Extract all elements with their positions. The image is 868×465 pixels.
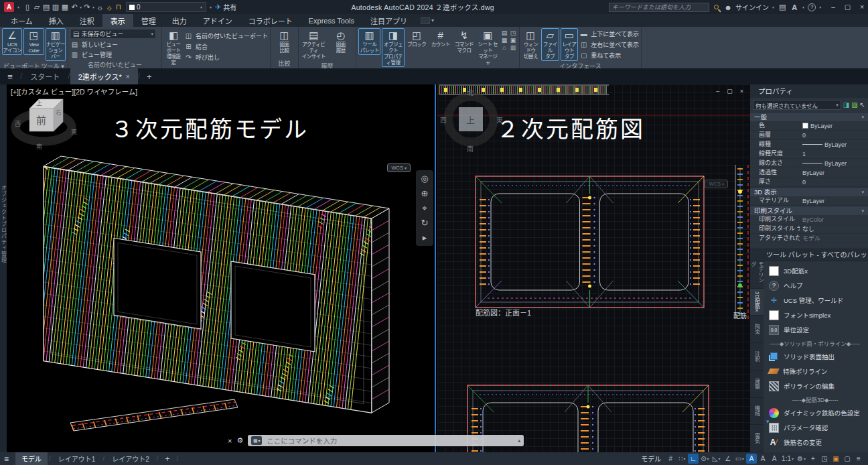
chevron-down-icon[interactable]: ▾ [819, 5, 821, 9]
close-icon[interactable]: × [126, 73, 130, 80]
otrack-icon[interactable]: ∠ [723, 454, 733, 464]
layout-menu-icon[interactable]: ≡ [4, 454, 9, 464]
clean-screen-icon[interactable]: ▢ [842, 454, 853, 464]
tool-palette-tab-機械[interactable]: 機械 [750, 398, 764, 425]
undo-icon[interactable]: ↶ [70, 2, 79, 12]
ribbon-tab-Express Tools[interactable]: Express Tools [301, 14, 362, 27]
panel-label[interactable]: ビューポート ツール ▾ [0, 62, 68, 68]
navigation-bar[interactable]: ◎⊕⌖↻▸ [416, 170, 433, 246]
prop-section-header[interactable]: 3D 表示▾ [750, 187, 868, 196]
model-viewport-row-2[interactable]: ↷呼び出し [184, 52, 268, 62]
viewport-3d[interactable]: [+][カスタム ビュー][2D ワイヤフレーム] ３次元配筋モデル 上 右 前… [7, 84, 436, 452]
ribbon-tab-ホーム[interactable]: ホーム [3, 14, 41, 27]
polar-icon[interactable]: ⊙▾ [699, 454, 710, 464]
tool-palette-tab-注釈[interactable]: 注釈 [750, 343, 764, 371]
quick-select-icon[interactable]: ▨ [851, 101, 857, 109]
palette-mini-icon-1[interactable]: ◳ [509, 29, 517, 36]
tool-palette-item-6[interactable]: ソリッド表面抽出 [769, 349, 868, 364]
isodraft-icon[interactable]: ◺▾ [711, 454, 722, 464]
prop-row[interactable]: 線種ByLayer [750, 140, 868, 149]
viewport-tool-button-2[interactable]: ▥ナビゲーション バー [46, 28, 66, 61]
save-icon[interactable]: ▤ [42, 2, 51, 12]
file-tab-スタート[interactable]: スタート [22, 68, 68, 84]
navigation-wheel-icon[interactable]: ◎ [421, 174, 428, 183]
viewport-restore-button[interactable]: ▢ [727, 88, 733, 94]
new-layout-button[interactable]: + [159, 454, 175, 464]
viewport-close-button[interactable]: × [740, 88, 743, 94]
palette-mini-icon-3[interactable]: ▣ [509, 37, 517, 44]
customize-wrench-icon[interactable]: ⚙ [236, 436, 243, 445]
history-button-1[interactable]: ◴図面 履歴 [328, 28, 354, 55]
signin-button[interactable]: サインイン [735, 2, 769, 12]
prop-row[interactable]: 透過性ByLayer [750, 168, 868, 178]
tool-palette-item-1[interactable]: ?ヘルプ [769, 278, 868, 293]
bulb-on-icon[interactable]: ☼ [104, 2, 114, 12]
annotation-visibility-icon[interactable]: A [746, 454, 757, 464]
palette-button-4[interactable]: ↯コマンド マクロ [453, 28, 475, 55]
customize-menu-icon[interactable]: ≡ [853, 454, 864, 464]
interface-row-0[interactable]: ▬上下に並べて表示 [579, 29, 639, 39]
tool-palette-item-0[interactable]: 3D配筋x [769, 263, 868, 278]
plus-icon[interactable]: + [808, 454, 818, 464]
palette-button-2[interactable]: ◰ブロック [406, 28, 428, 49]
selection-dropdown[interactable]: 何も選択されていません▾ [753, 100, 841, 110]
close-button[interactable]: × [860, 3, 864, 11]
command-expand-icon[interactable]: ▴ [518, 438, 520, 444]
palette-mini-icon-4[interactable]: ⌂ [500, 44, 508, 51]
prop-row[interactable]: 画層0 [750, 131, 868, 140]
palette-button-3[interactable]: #カウント [429, 28, 451, 49]
tool-palette-item-4[interactable]: 0.0単位設定 [769, 322, 868, 337]
unlock-icon[interactable]: ⊓ [114, 2, 123, 12]
collapsed-palette-strip[interactable]: オブジェクトプロパティ管理 [0, 84, 7, 452]
search-icon[interactable] [714, 5, 719, 9]
save-as-icon[interactable]: ▥ [51, 2, 60, 12]
tool-palette-tab-3D配筋x[interactable]: 3D配筋x [750, 289, 764, 316]
prop-row[interactable]: アタッチされた印...モデル [750, 234, 868, 243]
annotation-scale-icon[interactable]: A [769, 454, 780, 464]
tool-palette-item-2[interactable]: ✛UCS 管理、ワールド [769, 293, 868, 308]
wcs-dropdown[interactable]: WCS▾ [387, 163, 411, 172]
prop-section-header[interactable]: 一般▾ [750, 112, 868, 121]
settings-gear-icon[interactable]: ⚙▾ [796, 454, 807, 464]
prop-row[interactable]: 色ByLayer [750, 121, 868, 131]
ortho-icon[interactable]: ∟ [688, 454, 699, 464]
bulb-icon[interactable]: ☼ [95, 2, 104, 12]
history-button-0[interactable]: ▤アクティビティ インサイト [301, 28, 327, 61]
grid-icon[interactable]: # [665, 454, 676, 464]
tool-palette-tab-モデリング[interactable]: モデリング [750, 261, 764, 289]
prop-row[interactable]: 厚さ0 [750, 178, 868, 187]
model-viewport-row-1[interactable]: ⊞結合 [184, 42, 268, 52]
scale-value[interactable]: 1:1▾ [780, 454, 795, 464]
tool-palette-title[interactable]: ツール パレット - すべてのパレット [750, 249, 868, 261]
graphics-performance-icon[interactable]: ▣ [830, 454, 841, 464]
viewport-tool-button-0[interactable]: ∠UCS アイコン [2, 28, 22, 55]
ribbon-tab-出力[interactable]: 出力 [164, 14, 195, 27]
ribbon-tab-注釈[interactable]: 注釈 [72, 14, 102, 27]
chevron-down-icon[interactable]: ▾ [92, 5, 94, 9]
tool-palette-item-10[interactable]: ダイナミック鉄筋の色設定 [769, 405, 868, 420]
layout-tab-モデル[interactable]: モデル [15, 452, 48, 465]
interface-button-2[interactable]: ▭レイアウト タブ [561, 28, 579, 61]
interface-button-0[interactable]: ◫ウィンドウ 切替え [522, 28, 540, 61]
annotation-autoscale-icon[interactable]: A [757, 454, 768, 464]
ribbon-tab-アドイン[interactable]: アドイン [195, 14, 240, 27]
tool-palette-item-3[interactable]: フォントsimplex [769, 308, 868, 322]
ribbon-tab-注目アプリ[interactable]: 注目アプリ [362, 14, 415, 27]
viewport-tool-button-1[interactable]: ◳View Cube [23, 28, 44, 55]
toggle-pickadd-icon[interactable]: ◨ [843, 101, 849, 109]
layout-tab-レイアウト2[interactable]: レイアウト2 [106, 452, 155, 465]
prop-row[interactable]: 線種尺度1 [750, 149, 868, 159]
panel-label[interactable]: 履歴 [299, 62, 356, 68]
minimize-button[interactable]: – [831, 3, 835, 11]
autodesk-icon[interactable]: A [790, 2, 799, 12]
qat-overflow-icon[interactable]: ▾ [210, 5, 212, 9]
interface-button-1[interactable]: ▱ファイル タブ [541, 28, 559, 61]
chevron-down-icon[interactable]: ▾ [772, 5, 774, 9]
compass-view-cube[interactable]: 北 西 東 南 上 [437, 84, 504, 172]
palette-button-1[interactable]: ◨オブジェクト プロパティ管理 [382, 28, 404, 67]
cancel-icon[interactable]: × [228, 437, 232, 445]
share-button[interactable]: ✈ 共有 [215, 2, 236, 12]
viewport-minimize-button[interactable]: – [716, 88, 719, 94]
prop-row[interactable]: 印刷スタイルByColor [750, 215, 868, 224]
view-dropdown[interactable]: ▤ 未保存のビュー ▾ [70, 29, 156, 39]
